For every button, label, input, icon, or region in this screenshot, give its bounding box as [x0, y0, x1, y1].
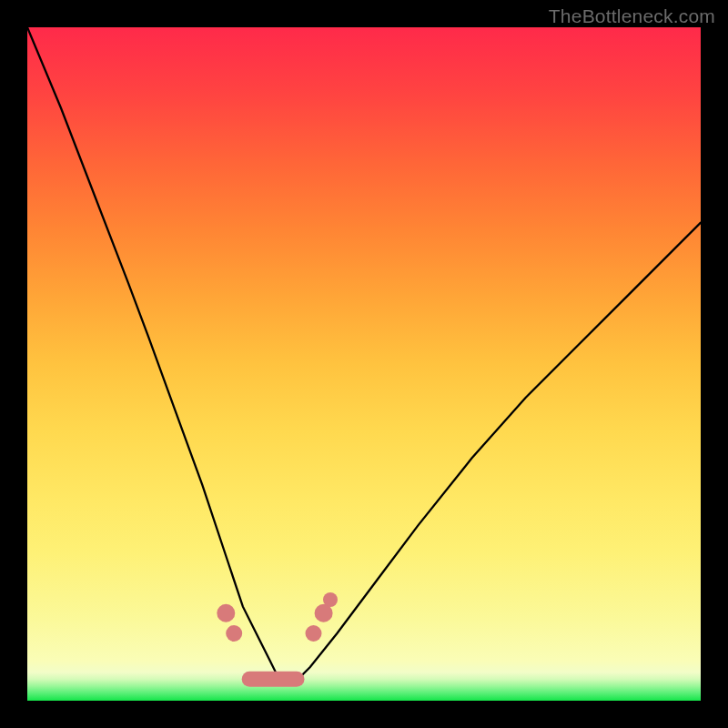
image-frame: TheBottleneck.com: [0, 0, 728, 728]
marker-group: [217, 592, 338, 642]
watermark-text: TheBottleneck.com: [549, 5, 715, 27]
plot-area: [27, 27, 701, 701]
curve-marker: [217, 604, 235, 622]
chart-svg: [27, 27, 701, 701]
curve-marker: [306, 625, 322, 642]
bottleneck-curve: [27, 27, 701, 681]
curve-marker: [226, 625, 242, 642]
curve-marker: [323, 592, 338, 607]
